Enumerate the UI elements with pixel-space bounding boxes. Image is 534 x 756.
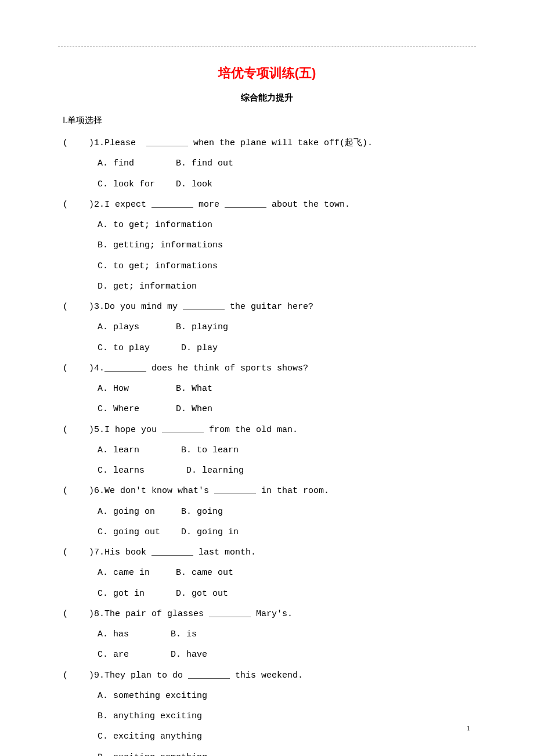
question-stem: ( )1.Please ________ when the plane will… [63,133,476,153]
question-8: ( )8.The pair of glasses ________ Mary's… [58,604,476,665]
page-subtitle: 综合能力提升 [58,92,476,103]
question-options-row: C. to play D. play [98,338,476,358]
question-stem: ( )3.Do you mind my ________ the guitar … [63,297,476,317]
question-options-row: C. are D. have [98,645,476,665]
question-option: A. something exciting [98,686,476,706]
question-options-row: C. look for D. look [98,174,476,195]
question-1: ( )1.Please ________ when the plane will… [58,133,476,195]
question-9: ( )9.They plan to do ________ this weeke… [58,665,476,757]
question-option: D. exciting something [98,747,476,757]
page-number: 1 [467,724,470,733]
question-options-row: C. learns D. learning [98,460,476,481]
question-option: D. get; information [98,276,476,297]
question-2: ( )2.I expect ________ more ________ abo… [58,195,476,297]
page-title: 培优专项训练(五) [58,64,476,82]
question-option: B. anything exciting [98,706,476,726]
question-stem: ( )8.The pair of glasses ________ Mary's… [63,604,476,624]
question-options-row: C. got in D. got out [98,584,476,604]
top-divider [58,46,476,47]
question-5: ( )5.I hope you ________ from the old ma… [58,420,476,481]
question-stem: ( )7.His book ________ last month. [63,542,476,563]
question-options-row: A. plays B. playing [98,317,476,337]
question-3: ( )3.Do you mind my ________ the guitar … [58,297,476,358]
question-option: A. to get; information [98,215,476,235]
question-option: B. getting; informations [98,235,476,255]
question-6: ( )6.We don't know what's ________ in th… [58,481,476,542]
question-options-row: A. learn B. to learn [98,440,476,460]
question-options-row: A. came in B. came out [98,563,476,583]
question-stem: ( )4.________ does he think of sports sh… [63,358,476,379]
question-stem: ( )5.I hope you ________ from the old ma… [63,420,476,440]
question-stem: ( )9.They plan to do ________ this weeke… [63,665,476,686]
question-options-row: A. find B. find out [98,153,476,174]
section-label: Ⅰ.单项选择 [63,115,476,126]
question-option: C. to get; informations [98,256,476,276]
question-7: ( )7.His book ________ last month. A. ca… [58,542,476,604]
question-options-row: C. going out D. going in [98,522,476,542]
question-options-row: A. has B. is [98,624,476,645]
question-options-row: A. going on B. going [98,502,476,522]
question-options-row: C. Where D. When [98,399,476,419]
question-4: ( )4.________ does he think of sports sh… [58,358,476,420]
question-option: C. exciting anything [98,726,476,747]
question-stem: ( )6.We don't know what's ________ in th… [63,481,476,501]
question-options-row: A. How B. What [98,379,476,399]
question-stem: ( )2.I expect ________ more ________ abo… [63,195,476,215]
